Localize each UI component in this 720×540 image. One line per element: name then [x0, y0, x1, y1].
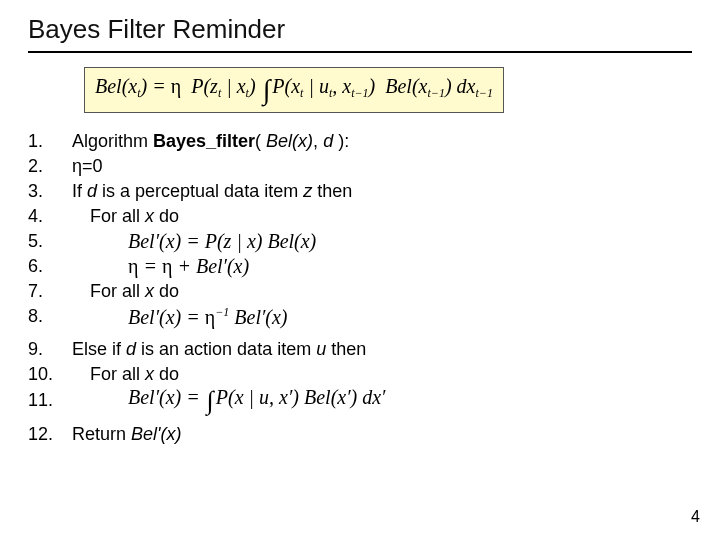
- eq-line-6: η = η + Bel′(x): [72, 256, 692, 277]
- algo-line-7: 7. For all x do: [28, 279, 692, 304]
- algo-line-5: 5. Bel′(x) = P(z | x) Bel(x): [28, 229, 692, 254]
- algo-line-1: 1. Algorithm Bayes_filter( Bel(x), d ):: [28, 129, 692, 154]
- algorithm-listing: 1. Algorithm Bayes_filter( Bel(x), d ): …: [28, 129, 692, 447]
- eq-line-5: Bel′(x) = P(z | x) Bel(x): [72, 231, 692, 252]
- algo-line-2: 2. η=0: [28, 154, 692, 179]
- algo-line-10: 10. For all x do: [28, 362, 692, 387]
- page-number: 4: [691, 508, 700, 526]
- bayes-filter-equation: Bel(xt) = η P(zt | xt) ∫P(xt | ut, xt−1)…: [84, 67, 504, 113]
- algo-line-12: 12. Return Bel'(x): [28, 422, 692, 447]
- algo-line-4: 4. For all x do: [28, 204, 692, 229]
- algo-line-8: 8. Bel′(x) = η−1 Bel′(x): [28, 304, 692, 329]
- algo-line-9: 9. Else if d is an action data item u th…: [28, 337, 692, 362]
- eq-line-8: Bel′(x) = η−1 Bel′(x): [72, 306, 692, 328]
- eq-line-11: Bel′(x) = ∫P(x | u, x′) Bel(x′) dx′: [72, 387, 692, 414]
- slide-title: Bayes Filter Reminder: [28, 14, 692, 53]
- algo-line-3: 3. If d is a perceptual data item z then: [28, 179, 692, 204]
- algo-line-11: 11. Bel′(x) = ∫P(x | u, x′) Bel(x′) dx′: [28, 387, 692, 414]
- algo-line-6: 6. η = η + Bel′(x): [28, 254, 692, 279]
